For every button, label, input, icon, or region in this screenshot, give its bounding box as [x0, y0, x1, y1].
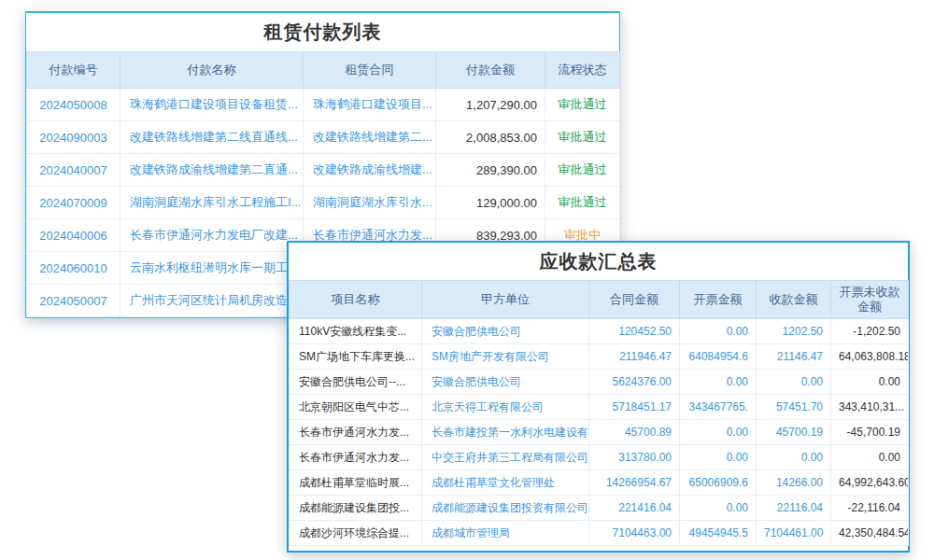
receivables-table-row: 成都能源建设集团投...成都能源建设集团投资有限公司221416.040.002…	[290, 496, 909, 521]
contract-amount-value[interactable]: 313780.00	[589, 445, 680, 470]
col-header-lease-contract: 租赁合同	[304, 52, 436, 89]
receivables-table-row: 长春市伊通河水力发...中交王府井第三工程局有限公司313780.000.000…	[290, 445, 909, 470]
project-name-cell: 成都沙河环境综合提...	[290, 521, 422, 546]
payment-id-link[interactable]: 2024040007	[27, 154, 120, 187]
contract-amount-value[interactable]: 14266954.67	[589, 470, 680, 496]
invoiced-amount-value[interactable]: 49454945.5	[680, 521, 757, 546]
invoiced-amount-value[interactable]: 0.00	[680, 445, 757, 470]
client-unit-link[interactable]: 长春市建投第一水利水电建设有限	[422, 420, 589, 445]
received-amount-value[interactable]: 0.00	[757, 370, 831, 395]
project-name-cell: 长春市伊通河水力发...	[290, 445, 422, 470]
client-unit-link[interactable]: 成都杜甫草堂文化管理处	[422, 470, 589, 496]
client-unit-link[interactable]: 安徽合肥供电公司	[422, 319, 589, 344]
payment-name-link[interactable]: 珠海鹤港口建设项目设备租赁...	[120, 89, 304, 121]
lease-table-title: 租赁付款列表	[26, 13, 619, 51]
project-name-cell: 北京朝阳区电气中芯...	[290, 395, 422, 420]
receivables-summary-table: 应收款汇总表 项目名称 甲方单位 合同金额 开票金额 收款金额 开票未收款金额 …	[287, 241, 910, 553]
invoiced-amount-value[interactable]: 64084954.6	[680, 344, 757, 370]
invoiced-amount-value[interactable]: 0.00	[680, 370, 757, 395]
payment-name-link[interactable]: 云南水利枢纽潜明水库一期工...	[120, 252, 304, 285]
received-amount-value[interactable]: 1202.50	[757, 319, 831, 344]
process-status-badge: 审批通过	[545, 154, 620, 187]
received-amount-value[interactable]: 14266.00	[757, 470, 831, 496]
invoiced-amount-value[interactable]: 65006909.6	[680, 470, 757, 496]
contract-amount-value[interactable]: 211946.47	[589, 344, 680, 370]
col-header-payment-name: 付款名称	[120, 52, 304, 89]
receivables-table-title: 应收款汇总表	[289, 243, 908, 280]
project-name-cell: 110kV安徽线程集变...	[290, 319, 422, 344]
lease-table-header-row: 付款编号 付款名称 租赁合同 付款金额 流程状态	[27, 52, 620, 89]
outstanding-amount-value: -22,116.04	[831, 496, 909, 521]
payment-amount-value: 129,000.00	[436, 187, 545, 219]
received-amount-value[interactable]: 21146.47	[757, 344, 831, 370]
contract-amount-value[interactable]: 221416.04	[589, 496, 680, 521]
contract-amount-value[interactable]: 7104463.00	[589, 521, 680, 546]
lease-contract-link[interactable]: 珠海鹤港口建设项目...	[304, 89, 436, 121]
received-amount-value[interactable]: 22116.04	[757, 496, 831, 521]
process-status-badge: 审批通过	[545, 89, 620, 121]
receivables-table-row: 成都杜甫草堂临时展...成都杜甫草堂文化管理处14266954.67650069…	[290, 470, 909, 496]
client-unit-link[interactable]: 成都城市管理局	[422, 521, 589, 546]
outstanding-amount-value: 42,350,484.54	[831, 521, 909, 546]
lease-table-row: 2024070009湖南洞庭湖水库引水工程施工I...湖南洞庭湖水库引水...1…	[27, 187, 620, 219]
invoiced-amount-value[interactable]: 0.00	[680, 496, 757, 521]
col-header-client-unit: 甲方单位	[422, 281, 589, 319]
payment-name-link[interactable]: 改建铁路线增建第二线直通线...	[120, 121, 304, 154]
invoiced-amount-value[interactable]: 343467765.	[680, 395, 757, 420]
payment-amount-value: 289,390.00	[436, 154, 545, 187]
payment-name-link[interactable]: 长春市伊通河水力发电厂改建...	[120, 219, 304, 252]
receivables-table-row: 110kV安徽线程集变...安徽合肥供电公司120452.500.001202.…	[290, 319, 909, 344]
payment-name-link[interactable]: 改建铁路成渝线增建第二直通...	[120, 154, 304, 187]
payment-id-link[interactable]: 2024070009	[27, 187, 120, 219]
contract-amount-value[interactable]: 120452.50	[589, 319, 680, 344]
project-name-cell: 安徽合肥供电公司--...	[290, 370, 422, 395]
payment-name-link[interactable]: 广州市天河区统计局机房改造...	[120, 285, 304, 317]
receivables-table-grid: 项目名称 甲方单位 合同金额 开票金额 收款金额 开票未收款金额 110kV安徽…	[289, 280, 909, 546]
client-unit-link[interactable]: 安徽合肥供电公司	[422, 370, 589, 395]
col-header-contract-amount: 合同金额	[589, 281, 680, 319]
contract-amount-value[interactable]: 5624376.00	[589, 370, 680, 395]
project-name-cell: 长春市伊通河水力发...	[290, 420, 422, 445]
received-amount-value[interactable]: 45700.19	[757, 420, 831, 445]
received-amount-value[interactable]: 0.00	[757, 445, 831, 470]
col-header-project-name: 项目名称	[290, 281, 422, 319]
payment-id-link[interactable]: 2024060010	[27, 252, 120, 285]
outstanding-amount-value: 0.00	[831, 370, 909, 395]
outstanding-amount-value: -45,700.19	[831, 420, 909, 445]
outstanding-amount-value: 64,063,808.18	[831, 344, 909, 370]
project-name-cell: 成都杜甫草堂临时展...	[290, 470, 422, 496]
col-header-received-amount: 收款金额	[757, 281, 831, 319]
receivables-table-row: 北京朝阳区电气中芯...北京天得工程有限公司5718451.1734346776…	[290, 395, 909, 420]
receivables-table-row: 长春市伊通河水力发...长春市建投第一水利水电建设有限45700.890.004…	[290, 420, 909, 445]
col-header-outstanding-amount: 开票未收款金额	[831, 281, 909, 319]
payment-amount-value: 1,207,290.00	[436, 89, 545, 121]
lease-contract-link[interactable]: 湖南洞庭湖水库引水...	[304, 187, 436, 219]
invoiced-amount-value[interactable]: 0.00	[680, 319, 757, 344]
process-status-badge: 审批通过	[545, 187, 620, 219]
invoiced-amount-value[interactable]: 0.00	[680, 420, 757, 445]
received-amount-value[interactable]: 57451.70	[757, 395, 831, 420]
outstanding-amount-value: -1,202.50	[831, 319, 909, 344]
payment-id-link[interactable]: 2024050008	[27, 89, 120, 121]
lease-contract-link[interactable]: 改建铁路成渝线增建...	[304, 154, 436, 187]
payment-id-link[interactable]: 2024090003	[27, 121, 120, 154]
payment-name-link[interactable]: 湖南洞庭湖水库引水工程施工I...	[120, 187, 304, 219]
receivables-table-row: 安徽合肥供电公司--...安徽合肥供电公司5624376.000.000.000…	[290, 370, 909, 395]
payment-amount-value: 2,008,853.00	[436, 121, 545, 154]
client-unit-link[interactable]: 北京天得工程有限公司	[422, 395, 589, 420]
receivables-table-row: SM广场地下车库更换...SM房地产开发有限公司211946.476408495…	[290, 344, 909, 370]
payment-id-link[interactable]: 2024050007	[27, 285, 120, 317]
client-unit-link[interactable]: 中交王府井第三工程局有限公司	[422, 445, 589, 470]
receivables-table-row: 成都沙河环境综合提...成都城市管理局7104463.0049454945.57…	[290, 521, 909, 546]
client-unit-link[interactable]: 成都能源建设集团投资有限公司	[422, 496, 589, 521]
contract-amount-value[interactable]: 5718451.17	[589, 395, 680, 420]
received-amount-value[interactable]: 7104461.00	[757, 521, 831, 546]
outstanding-amount-value: 0.00	[831, 445, 909, 470]
outstanding-amount-value: 64,992,643.60	[831, 470, 909, 496]
col-header-payment-amount: 付款金额	[436, 52, 545, 89]
client-unit-link[interactable]: SM房地产开发有限公司	[422, 344, 589, 370]
contract-amount-value[interactable]: 45700.89	[589, 420, 680, 445]
payment-id-link[interactable]: 2024040006	[27, 219, 120, 252]
lease-contract-link[interactable]: 改建铁路线增建第二...	[304, 121, 436, 154]
lease-table-row: 2024040007改建铁路成渝线增建第二直通...改建铁路成渝线增建...28…	[27, 154, 620, 187]
